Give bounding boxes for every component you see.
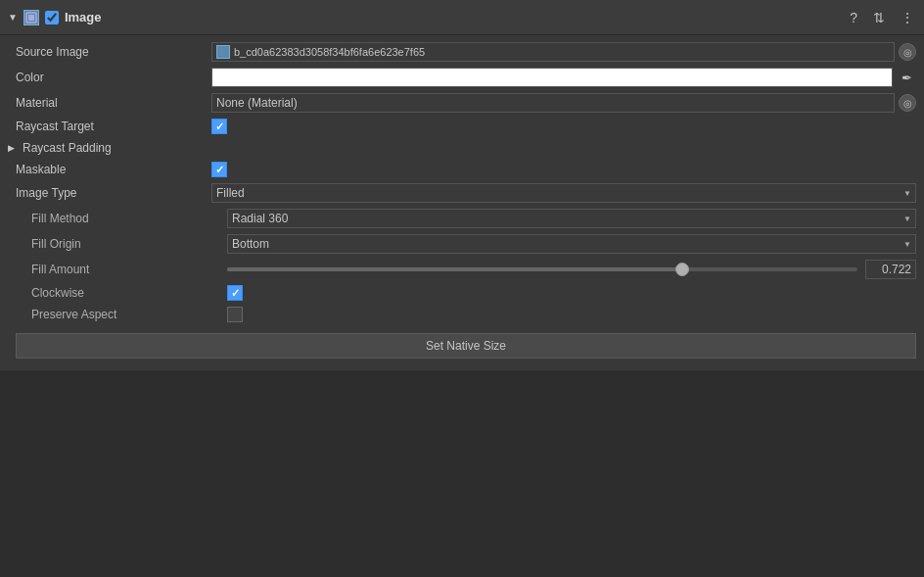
preserve-aspect-row: Preserve Aspect (0, 304, 924, 325)
fill-method-dropdown-text: Radial 360 (232, 212, 288, 225)
fill-origin-dropdown-text: Bottom (232, 237, 269, 251)
maskable-row: Maskable ✓ (0, 159, 924, 180)
fill-amount-slider-fill (227, 267, 682, 271)
fill-amount-label: Fill Amount (31, 263, 227, 276)
color-value: ✒ (211, 68, 916, 87)
raycast-target-checkbox[interactable]: ✓ (211, 119, 227, 134)
source-image-label: Source Image (16, 45, 211, 59)
raycast-target-row: Raycast Target ✓ (0, 116, 924, 137)
image-type-dropdown-text: Filled (216, 186, 245, 200)
fill-method-row: Fill Method Radial 360 ▼ (0, 206, 924, 231)
clockwise-value: ✓ (227, 285, 916, 301)
material-value: None (Material) ◎ (211, 93, 916, 113)
fill-amount-text: 0.722 (882, 263, 911, 276)
enable-checkbox[interactable] (45, 11, 59, 24)
color-field[interactable] (211, 68, 893, 87)
fill-amount-row: Fill Amount 0.722 (0, 257, 924, 282)
raycast-target-value: ✓ (211, 119, 916, 134)
image-type-value: Filled ▼ (211, 183, 916, 203)
material-picker-button[interactable]: ◎ (899, 94, 916, 112)
image-type-dropdown[interactable]: Filled ▼ (211, 183, 916, 203)
source-image-picker-button[interactable]: ◎ (899, 43, 916, 61)
more-button[interactable]: ⋮ (899, 9, 916, 26)
fill-method-value: Radial 360 ▼ (227, 209, 916, 228)
source-image-text: b_cd0a62383d3058f34bf6fa6e623e7f65 (234, 46, 890, 58)
source-image-icon (216, 45, 230, 59)
source-image-field[interactable]: b_cd0a62383d3058f34bf6fa6e623e7f65 (211, 42, 895, 62)
maskable-value: ✓ (211, 162, 916, 177)
clockwise-checkbox[interactable]: ✓ (227, 285, 243, 301)
material-label: Material (16, 96, 211, 110)
clockwise-checkmark: ✓ (231, 288, 240, 299)
image-panel: ▼ Image ? ⇅ ⋮ Source Image b_cd0a623 (0, 0, 924, 370)
fill-origin-dropdown[interactable]: Bottom ▼ (227, 234, 916, 254)
header-right: ? ⇅ ⋮ (848, 9, 916, 26)
raycast-target-label: Raycast Target (16, 120, 211, 133)
eyedropper-button[interactable]: ✒ (897, 68, 916, 87)
fill-origin-row: Fill Origin Bottom ▼ (0, 231, 924, 257)
source-image-value: b_cd0a62383d3058f34bf6fa6e623e7f65 ◎ (211, 42, 916, 62)
maskable-checkmark: ✓ (215, 165, 224, 175)
collapse-arrow-icon[interactable]: ▼ (8, 12, 18, 23)
set-native-size-row: Set Native Size (0, 325, 924, 366)
fill-amount-value: 0.722 (227, 260, 916, 279)
fill-amount-slider-thumb[interactable] (675, 263, 689, 276)
image-type-row: Image Type Filled ▼ (0, 180, 924, 206)
image-type-dropdown-arrow-icon: ▼ (903, 189, 911, 198)
fill-origin-dropdown-arrow-icon: ▼ (903, 240, 911, 249)
fill-method-dropdown-arrow-icon: ▼ (903, 215, 911, 223)
fill-amount-slider-container: 0.722 (227, 260, 916, 279)
panel-title: Image (65, 10, 102, 24)
fill-method-dropdown[interactable]: Radial 360 ▼ (227, 209, 916, 228)
raycast-target-checkmark: ✓ (215, 121, 224, 132)
color-label: Color (16, 71, 211, 84)
fill-method-label: Fill Method (31, 212, 227, 225)
properties-panel: Source Image b_cd0a62383d3058f34bf6fa6e6… (0, 35, 924, 370)
raycast-padding-arrow-icon: ▶ (8, 143, 15, 153)
preserve-aspect-label: Preserve Aspect (31, 308, 227, 321)
source-image-row: Source Image b_cd0a62383d3058f34bf6fa6e6… (0, 39, 924, 65)
settings-button[interactable]: ⇅ (871, 9, 887, 26)
clockwise-label: Clockwise (31, 286, 227, 300)
header-left: ▼ Image (8, 10, 848, 25)
preserve-aspect-value (227, 307, 916, 322)
raycast-padding-label: Raycast Padding (23, 141, 218, 155)
help-button[interactable]: ? (848, 9, 859, 26)
svg-rect-1 (28, 15, 34, 21)
maskable-label: Maskable (16, 163, 211, 176)
fill-origin-label: Fill Origin (31, 237, 227, 251)
fill-amount-input[interactable]: 0.722 (865, 260, 916, 279)
maskable-checkbox[interactable]: ✓ (211, 162, 227, 177)
color-row: Color ✒ (0, 65, 924, 90)
fill-origin-value: Bottom ▼ (227, 234, 916, 254)
raycast-padding-row[interactable]: ▶ Raycast Padding (0, 137, 924, 159)
material-dropdown-text: None (Material) (216, 96, 298, 110)
fill-amount-slider-track[interactable] (227, 267, 857, 271)
image-type-label: Image Type (16, 186, 211, 200)
material-row: Material None (Material) ◎ (0, 90, 924, 116)
panel-header: ▼ Image ? ⇅ ⋮ (0, 0, 924, 35)
component-icon (23, 10, 39, 25)
preserve-aspect-checkbox[interactable] (227, 307, 243, 322)
clockwise-row: Clockwise ✓ (0, 282, 924, 304)
set-native-size-button[interactable]: Set Native Size (16, 333, 916, 359)
material-dropdown[interactable]: None (Material) (211, 93, 895, 113)
